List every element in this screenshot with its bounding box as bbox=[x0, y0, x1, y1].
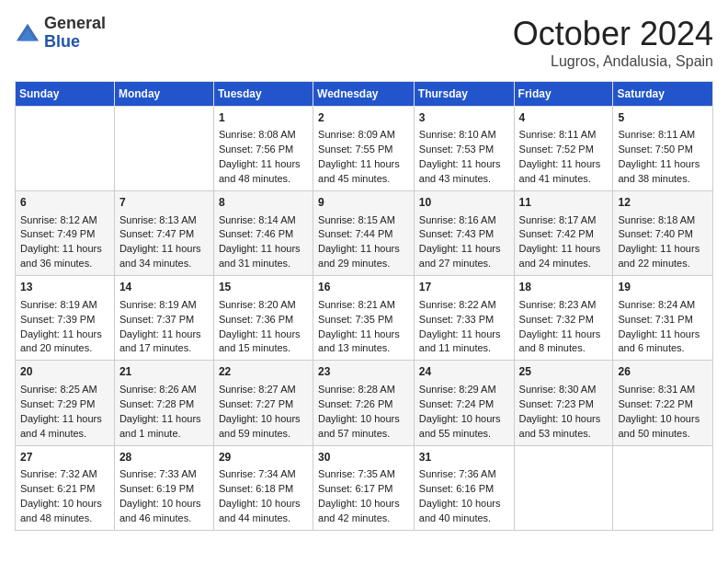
header-row: Sunday Monday Tuesday Wednesday Thursday… bbox=[16, 82, 713, 107]
day-number: 16 bbox=[318, 280, 409, 295]
calendar-cell: 29Sunrise: 7:34 AMSunset: 6:18 PMDayligh… bbox=[213, 445, 313, 530]
calendar-cell: 30Sunrise: 7:35 AMSunset: 6:17 PMDayligh… bbox=[313, 445, 415, 530]
day-number: 28 bbox=[119, 450, 209, 465]
calendar-cell: 16Sunrise: 8:21 AMSunset: 7:35 PMDayligh… bbox=[313, 276, 415, 361]
day-number: 3 bbox=[419, 110, 509, 126]
day-number: 6 bbox=[20, 195, 109, 211]
day-number: 26 bbox=[618, 364, 708, 380]
calendar-cell: 12Sunrise: 8:18 AMSunset: 7:40 PMDayligh… bbox=[613, 191, 713, 276]
week-row: 1Sunrise: 8:08 AMSunset: 7:56 PMDaylight… bbox=[16, 107, 713, 191]
calendar-cell: 2Sunrise: 8:09 AMSunset: 7:55 PMDaylight… bbox=[313, 107, 415, 191]
calendar-cell: 8Sunrise: 8:14 AMSunset: 7:46 PMDaylight… bbox=[213, 191, 313, 276]
day-number: 13 bbox=[20, 280, 109, 295]
header-friday: Friday bbox=[514, 82, 613, 107]
calendar-cell: 15Sunrise: 8:20 AMSunset: 7:36 PMDayligh… bbox=[213, 276, 313, 361]
day-number: 31 bbox=[419, 450, 509, 465]
logo: General Blue bbox=[15, 15, 106, 52]
calendar-cell: 22Sunrise: 8:27 AMSunset: 7:27 PMDayligh… bbox=[213, 361, 313, 445]
calendar-cell: 10Sunrise: 8:16 AMSunset: 7:43 PMDayligh… bbox=[414, 191, 514, 276]
day-number: 23 bbox=[318, 364, 409, 380]
calendar-header: Sunday Monday Tuesday Wednesday Thursday… bbox=[16, 82, 713, 107]
week-row: 27Sunrise: 7:32 AMSunset: 6:21 PMDayligh… bbox=[16, 445, 713, 530]
day-number: 1 bbox=[219, 110, 308, 126]
calendar-cell: 17Sunrise: 8:22 AMSunset: 7:33 PMDayligh… bbox=[414, 276, 514, 361]
logo-text: General Blue bbox=[44, 15, 106, 52]
day-number: 14 bbox=[119, 280, 209, 295]
calendar-cell: 28Sunrise: 7:33 AMSunset: 6:19 PMDayligh… bbox=[114, 445, 213, 530]
day-number: 29 bbox=[219, 450, 308, 465]
calendar-cell bbox=[114, 107, 213, 191]
header-monday: Monday bbox=[114, 82, 213, 107]
day-number: 5 bbox=[618, 110, 708, 126]
logo-icon bbox=[15, 20, 40, 46]
day-number: 7 bbox=[119, 195, 209, 211]
day-number: 25 bbox=[519, 364, 609, 380]
page-header: General Blue October 2024 Lugros, Andalu… bbox=[15, 15, 713, 70]
calendar-cell: 18Sunrise: 8:23 AMSunset: 7:32 PMDayligh… bbox=[514, 276, 613, 361]
day-number: 2 bbox=[318, 110, 409, 126]
day-number: 19 bbox=[618, 280, 708, 295]
day-number: 24 bbox=[419, 364, 509, 380]
calendar-cell: 24Sunrise: 8:29 AMSunset: 7:24 PMDayligh… bbox=[414, 361, 514, 445]
calendar-cell: 27Sunrise: 7:32 AMSunset: 6:21 PMDayligh… bbox=[16, 445, 115, 530]
calendar-cell bbox=[613, 445, 713, 530]
calendar-cell: 23Sunrise: 8:28 AMSunset: 7:26 PMDayligh… bbox=[313, 361, 415, 445]
header-saturday: Saturday bbox=[613, 82, 713, 107]
calendar-cell: 20Sunrise: 8:25 AMSunset: 7:29 PMDayligh… bbox=[16, 361, 115, 445]
header-sunday: Sunday bbox=[16, 82, 115, 107]
week-row: 6Sunrise: 8:12 AMSunset: 7:49 PMDaylight… bbox=[16, 191, 713, 276]
calendar-cell: 13Sunrise: 8:19 AMSunset: 7:39 PMDayligh… bbox=[16, 276, 115, 361]
day-number: 15 bbox=[219, 280, 308, 295]
calendar-cell: 1Sunrise: 8:08 AMSunset: 7:56 PMDaylight… bbox=[213, 107, 313, 191]
day-number: 22 bbox=[219, 364, 308, 380]
day-number: 9 bbox=[318, 195, 409, 211]
calendar-cell: 21Sunrise: 8:26 AMSunset: 7:28 PMDayligh… bbox=[114, 361, 213, 445]
month-title: October 2024 bbox=[513, 15, 713, 53]
calendar-cell: 6Sunrise: 8:12 AMSunset: 7:49 PMDaylight… bbox=[16, 191, 115, 276]
day-number: 17 bbox=[419, 280, 509, 295]
calendar-cell: 31Sunrise: 7:36 AMSunset: 6:16 PMDayligh… bbox=[414, 445, 514, 530]
calendar-cell: 4Sunrise: 8:11 AMSunset: 7:52 PMDaylight… bbox=[514, 107, 613, 191]
calendar-cell: 19Sunrise: 8:24 AMSunset: 7:31 PMDayligh… bbox=[613, 276, 713, 361]
calendar-cell bbox=[16, 107, 115, 191]
day-number: 18 bbox=[519, 280, 609, 295]
calendar-cell: 11Sunrise: 8:17 AMSunset: 7:42 PMDayligh… bbox=[514, 191, 613, 276]
logo-blue: Blue bbox=[44, 32, 80, 51]
header-tuesday: Tuesday bbox=[213, 82, 313, 107]
day-number: 8 bbox=[219, 195, 308, 211]
calendar-body: 1Sunrise: 8:08 AMSunset: 7:56 PMDaylight… bbox=[16, 107, 713, 531]
calendar-cell: 14Sunrise: 8:19 AMSunset: 7:37 PMDayligh… bbox=[114, 276, 213, 361]
week-row: 20Sunrise: 8:25 AMSunset: 7:29 PMDayligh… bbox=[16, 361, 713, 445]
day-number: 21 bbox=[119, 364, 209, 380]
calendar-cell: 26Sunrise: 8:31 AMSunset: 7:22 PMDayligh… bbox=[613, 361, 713, 445]
day-number: 20 bbox=[20, 364, 109, 380]
calendar-cell: 3Sunrise: 8:10 AMSunset: 7:53 PMDaylight… bbox=[414, 107, 514, 191]
title-block: October 2024 Lugros, Andalusia, Spain bbox=[513, 15, 713, 70]
header-thursday: Thursday bbox=[414, 82, 514, 107]
header-wednesday: Wednesday bbox=[313, 82, 415, 107]
logo-general: General bbox=[44, 14, 106, 32]
day-number: 11 bbox=[519, 195, 609, 211]
calendar-cell: 9Sunrise: 8:15 AMSunset: 7:44 PMDaylight… bbox=[313, 191, 415, 276]
day-number: 12 bbox=[618, 195, 708, 211]
calendar-cell: 25Sunrise: 8:30 AMSunset: 7:23 PMDayligh… bbox=[514, 361, 613, 445]
calendar-cell: 7Sunrise: 8:13 AMSunset: 7:47 PMDaylight… bbox=[114, 191, 213, 276]
calendar-table: Sunday Monday Tuesday Wednesday Thursday… bbox=[15, 81, 713, 531]
week-row: 13Sunrise: 8:19 AMSunset: 7:39 PMDayligh… bbox=[16, 276, 713, 361]
day-number: 27 bbox=[20, 450, 109, 465]
day-number: 4 bbox=[519, 110, 609, 126]
day-number: 30 bbox=[318, 450, 409, 465]
day-number: 10 bbox=[419, 195, 509, 211]
calendar-cell bbox=[514, 445, 613, 530]
calendar-cell: 5Sunrise: 8:11 AMSunset: 7:50 PMDaylight… bbox=[613, 107, 713, 191]
location: Lugros, Andalusia, Spain bbox=[513, 53, 713, 70]
